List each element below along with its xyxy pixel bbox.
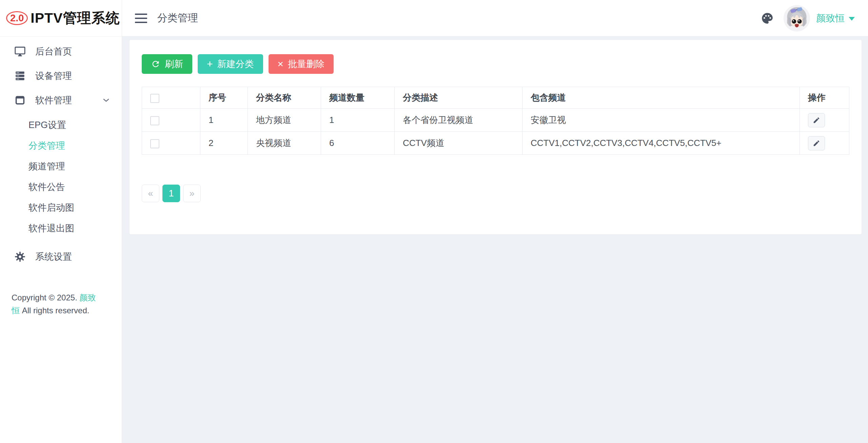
caret-down-icon (849, 17, 855, 21)
server-icon (14, 70, 26, 82)
table-row: 1 地方频道 1 各个省份卫视频道 安徽卫视 (142, 109, 849, 132)
sidebar-item-splash[interactable]: 软件启动图 (0, 197, 122, 218)
copyright-suffix: All rights reserved. (22, 306, 90, 315)
chevron-down-icon (103, 98, 110, 103)
sidebar-item-label: 后台首页 (35, 45, 72, 58)
refresh-label: 刷新 (165, 58, 183, 70)
cell-seq: 1 (200, 109, 248, 132)
edit-button[interactable] (808, 113, 825, 127)
cell-seq: 2 (200, 132, 248, 155)
pagination-next-button[interactable]: » (183, 185, 201, 202)
cell-name: 央视频道 (248, 132, 321, 155)
app-root: 2.0 IPTV管理系统 后台首页 (0, 0, 868, 443)
pencil-icon (813, 140, 820, 147)
copyright-prefix: Copyright © 2025. (12, 293, 77, 302)
cell-desc: CCTV频道 (395, 132, 522, 155)
table-header-row: 序号 分类名称 频道数量 分类描述 包含频道 操作 (142, 87, 849, 109)
batch-delete-button[interactable]: × 批量删除 (269, 54, 334, 74)
header-desc: 分类描述 (395, 87, 522, 109)
refresh-button[interactable]: 刷新 (142, 54, 192, 74)
sidebar-item-devices[interactable]: 设备管理 (0, 64, 122, 88)
sidebar-item-label: 软件启动图 (28, 202, 74, 214)
logo-title: IPTV管理系统 (31, 9, 120, 27)
cell-count: 6 (321, 132, 395, 155)
gear-icon (14, 251, 26, 262)
plus-icon: + (207, 59, 213, 69)
sidebar-item-label: 分类管理 (28, 140, 65, 152)
sidebar-item-label: EPG设置 (28, 119, 66, 131)
delete-label: 批量删除 (288, 58, 324, 70)
header-actions: 操作 (800, 87, 849, 109)
sidebar-item-label: 软件管理 (35, 94, 72, 106)
close-icon: × (278, 59, 284, 69)
sidebar-item-channels[interactable]: 频道管理 (0, 156, 122, 176)
user-menu[interactable]: 颜致恒 (816, 12, 855, 25)
software-submenu: EPG设置 分类管理 频道管理 软件公告 软件启动图 软件退出图 (0, 112, 122, 240)
content-area: 刷新 + 新建分类 × 批量删除 (122, 37, 868, 443)
cell-channels: CCTV1,CCTV2,CCTV3,CCTV4,CCTV5,CCTV5+ (522, 132, 800, 155)
copyright: Copyright © 2025. 颜致恒 All rights reserve… (0, 291, 112, 317)
sidebar-item-label: 设备管理 (35, 70, 72, 82)
sidebar-nav: 后台首页 设备管理 (0, 37, 122, 269)
sidebar: 2.0 IPTV管理系统 后台首页 (0, 0, 122, 443)
refresh-icon (151, 59, 160, 69)
header-channels: 包含频道 (522, 87, 800, 109)
sidebar-item-settings[interactable]: 系统设置 (0, 245, 122, 269)
header-count: 频道数量 (321, 87, 395, 109)
topbar-right: 颜致恒 (760, 5, 855, 31)
sidebar-item-epg[interactable]: EPG设置 (0, 114, 122, 135)
cell-desc: 各个省份卫视频道 (395, 109, 522, 132)
sidebar-item-exit-image[interactable]: 软件退出图 (0, 218, 122, 238)
logo: 2.0 IPTV管理系统 (0, 0, 122, 37)
header-name: 分类名称 (248, 87, 321, 109)
topbar: 分类管理 (122, 0, 868, 37)
category-table: 序号 分类名称 频道数量 分类描述 包含频道 操作 1 地方频道 (142, 87, 849, 155)
sidebar-item-announcement[interactable]: 软件公告 (0, 176, 122, 197)
page-title: 分类管理 (157, 11, 198, 25)
pagination-page-1[interactable]: 1 (162, 185, 180, 202)
create-category-button[interactable]: + 新建分类 (198, 54, 263, 74)
pencil-icon (813, 117, 820, 124)
sidebar-item-label: 频道管理 (28, 160, 65, 172)
sidebar-item-software[interactable]: 软件管理 (0, 88, 122, 112)
pagination: « 1 » (142, 185, 849, 202)
sidebar-item-label: 软件退出图 (28, 222, 74, 234)
edit-button[interactable] (808, 136, 825, 150)
row-checkbox[interactable] (150, 116, 159, 125)
sidebar-item-label: 系统设置 (35, 251, 72, 263)
sidebar-item-home[interactable]: 后台首页 (0, 39, 122, 64)
monitor-icon (14, 46, 26, 57)
logo-version-badge: 2.0 (6, 11, 28, 25)
sidebar-item-label: 软件公告 (28, 181, 65, 193)
username: 颜致恒 (816, 12, 845, 25)
main-area: 分类管理 (122, 0, 868, 443)
nav-spacer (0, 240, 122, 245)
toolbar: 刷新 + 新建分类 × 批量删除 (142, 54, 849, 74)
table-row: 2 央视频道 6 CCTV频道 CCTV1,CCTV2,CCTV3,CCTV4,… (142, 132, 849, 155)
cell-count: 1 (321, 109, 395, 132)
sidebar-item-category[interactable]: 分类管理 (0, 135, 122, 156)
window-icon (14, 94, 26, 106)
avatar[interactable] (784, 5, 810, 31)
row-checkbox[interactable] (150, 139, 159, 148)
palette-icon[interactable] (760, 11, 775, 26)
pagination-prev-button[interactable]: « (142, 185, 159, 202)
category-card: 刷新 + 新建分类 × 批量删除 (130, 40, 862, 234)
cell-channels: 安徽卫视 (522, 109, 800, 132)
header-seq: 序号 (200, 87, 248, 109)
create-label: 新建分类 (217, 58, 254, 70)
menu-toggle-icon[interactable] (135, 14, 147, 23)
select-all-checkbox[interactable] (150, 94, 159, 103)
cell-name: 地方频道 (248, 109, 321, 132)
